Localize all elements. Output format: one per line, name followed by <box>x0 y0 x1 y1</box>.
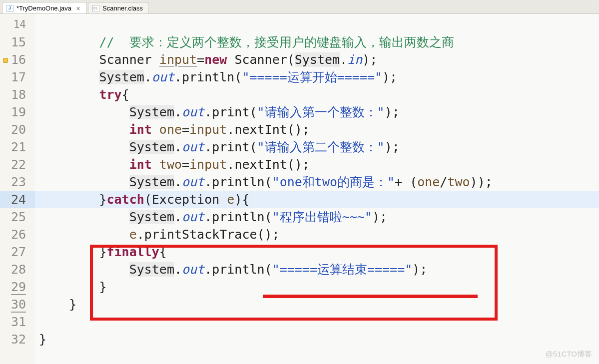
tab-label: *TryDemoOne.java <box>16 4 71 12</box>
code-line: }catch(Exception e){ <box>35 191 599 208</box>
code-line: int one=input.nextInt(); <box>35 121 599 138</box>
code-line: System.out.println("=====运算结束====="); <box>35 261 599 278</box>
code-line: int two=input.nextInt(); <box>35 156 599 173</box>
tab-label: Scanner.class <box>102 4 143 12</box>
code-line <box>35 16 599 33</box>
code-line: System.out.println("=====运算开始====="); <box>35 68 599 86</box>
code-line: } <box>35 331 599 348</box>
line-gutter: 14151617181920212223242526272829303132 <box>0 14 35 364</box>
code-line: Scanner input=new Scanner(System.in); <box>35 51 599 68</box>
editor-area[interactable]: 14151617181920212223242526272829303132 /… <box>0 14 599 364</box>
watermark: @51CTO博客 <box>546 350 592 359</box>
code-line: System.out.println("one和two的商是："+ (one/t… <box>35 173 599 191</box>
code-line: try{ <box>35 86 599 103</box>
class-file-icon <box>92 5 99 12</box>
code-line: // 要求：定义两个整数，接受用户的键盘输入，输出两数之商 <box>35 33 599 51</box>
tab-scanner[interactable]: Scanner.class <box>88 2 148 13</box>
highlight-underline <box>263 295 478 298</box>
java-file-icon <box>6 5 13 12</box>
code-line: }finally{ <box>35 243 599 261</box>
tab-bar: *TryDemoOne.java ✕ Scanner.class <box>0 0 599 14</box>
code-line: System.out.print("请输入第二个整数："); <box>35 138 599 156</box>
code-area[interactable]: // 要求：定义两个整数，接受用户的键盘输入，输出两数之商 Scanner in… <box>35 14 599 364</box>
code-line: } <box>35 296 599 313</box>
code-line <box>35 313 599 331</box>
code-line: e.printStackTrace(); <box>35 226 599 243</box>
tab-trydemoone[interactable]: *TryDemoOne.java ✕ <box>2 2 87 13</box>
code-line: System.out.println("程序出错啦~~~"); <box>35 208 599 226</box>
close-icon[interactable]: ✕ <box>74 5 81 12</box>
code-line: } <box>35 278 599 296</box>
code-line: System.out.print("请输入第一个整数："); <box>35 103 599 121</box>
